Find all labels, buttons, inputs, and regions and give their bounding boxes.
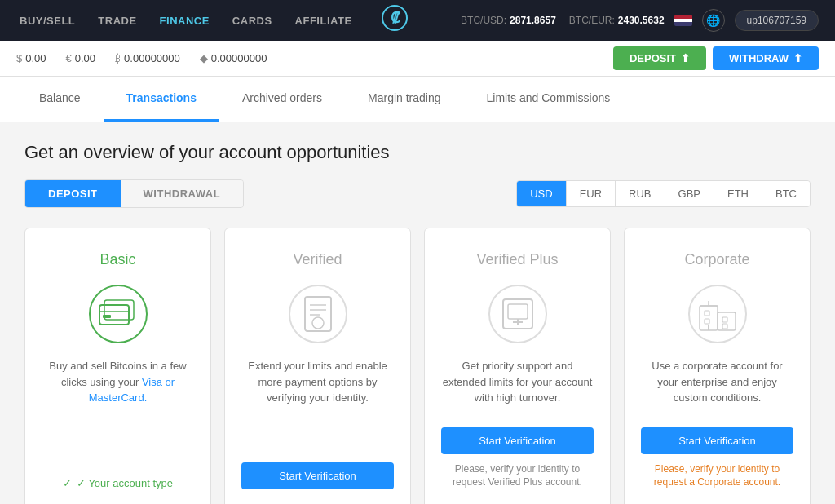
currency-rub[interactable]: RUB	[616, 181, 665, 206]
nav-buysell[interactable]: BUY/SELL	[16, 15, 78, 27]
btc-usd-price: BTC/USD: 2871.8657	[461, 15, 556, 26]
svg-text:₡: ₡	[391, 10, 400, 26]
current-account-badge: ✓ ✓ Your account type	[63, 477, 173, 489]
currency-usd[interactable]: USD	[517, 181, 566, 206]
svg-rect-18	[705, 319, 709, 324]
card-corporate-icon	[688, 285, 747, 343]
btc-eur-price: BTC/EUR: 2430.5632	[569, 15, 665, 26]
svg-rect-17	[705, 311, 709, 316]
card-corporate-title: Corporate	[684, 251, 749, 268]
tab-balance[interactable]: Balance	[16, 77, 104, 122]
tabs-bar: Balance Transactions Archived orders Mar…	[0, 77, 835, 122]
tab-margin-trading[interactable]: Margin trading	[345, 77, 464, 122]
account-cards-grid: Basic Buy and sell Bitcoins in a few cli…	[24, 228, 811, 504]
svg-rect-19	[722, 317, 727, 322]
main-content: Get an overview of your account opportun…	[0, 122, 835, 504]
currency-btc[interactable]: BTC	[762, 181, 810, 206]
eur-balance: €0.00	[66, 52, 96, 64]
card-verified-desc: Extend your limits and enable more payme…	[241, 358, 394, 441]
deposit-button[interactable]: DEPOSIT ⬆	[613, 46, 706, 70]
tab-archived-orders[interactable]: Archived orders	[219, 77, 345, 122]
card-basic-title: Basic	[99, 251, 135, 268]
page-headline: Get an overview of your account opportun…	[24, 142, 811, 163]
tab-transactions[interactable]: Transactions	[104, 77, 219, 122]
logo: ₡	[382, 5, 408, 37]
nav-right: BTC/USD: 2871.8657 BTC/EUR: 2430.5632 🌐 …	[461, 9, 819, 32]
btc-balance: ₿0.00000000	[115, 52, 180, 64]
card-verified-plus-desc: Get priority support and extended limits…	[441, 358, 594, 406]
svg-rect-16	[718, 312, 736, 330]
verified-plus-start-verification-button[interactable]: Start Verification	[441, 427, 594, 454]
svg-rect-6	[305, 297, 331, 331]
nav-cards[interactable]: CARDS	[229, 15, 276, 27]
svg-rect-20	[722, 324, 727, 329]
card-basic: Basic Buy and sell Bitcoins in a few cli…	[24, 228, 211, 504]
svg-rect-5	[103, 315, 111, 318]
user-account-button[interactable]: up106707159	[735, 10, 819, 31]
nav-links: BUY/SELL TRADE FINANCE CARDS AFFILIATE	[16, 15, 356, 27]
currency-selector: USD EUR RUB GBP ETH BTC	[516, 180, 811, 207]
top-navigation: BUY/SELL TRADE FINANCE CARDS AFFILIATE ₡…	[0, 0, 835, 41]
currency-gbp[interactable]: GBP	[665, 181, 714, 206]
corporate-note: Please, verify your identity to request …	[641, 462, 793, 490]
card-corporate-desc: Use a corporate account for your enterpr…	[641, 358, 793, 406]
check-icon: ✓	[63, 477, 72, 489]
card-basic-desc: Buy and sell Bitcoins in a few clicks us…	[42, 358, 194, 456]
card-verified-title: Verified	[293, 251, 342, 268]
visa-mastercard-link[interactable]: Visa or MasterCard.	[89, 376, 175, 405]
currency-eth[interactable]: ETH	[714, 181, 762, 206]
withdrawal-toggle-button[interactable]: WITHDRAWAL	[121, 180, 244, 207]
balance-items: $0.00 €0.00 ₿0.00000000 ◆0.00000000	[16, 52, 613, 64]
withdraw-button[interactable]: WITHDRAW ⬆	[713, 46, 819, 70]
balance-bar: $0.00 €0.00 ₿0.00000000 ◆0.00000000 DEPO…	[0, 41, 835, 77]
card-verified-plus-icon	[488, 285, 547, 343]
price-info: BTC/USD: 2871.8657 BTC/EUR: 2430.5632	[461, 15, 665, 26]
card-verified-plus: Verified Plus Get priority support and e…	[424, 228, 611, 504]
usd-balance: $0.00	[16, 52, 46, 64]
eth-balance: ◆0.00000000	[200, 52, 267, 64]
deposit-toggle-button[interactable]: DEPOSIT	[25, 180, 121, 207]
card-verified-icon	[289, 285, 347, 343]
card-corporate: Corporate Use a corporate account for yo…	[624, 228, 811, 504]
deposit-withdrawal-toggle: DEPOSIT WITHDRAWAL	[24, 179, 244, 208]
card-verified: Verified Extend your limits and enable m…	[224, 228, 411, 504]
flag-icon	[674, 15, 692, 26]
card-verified-plus-title: Verified Plus	[476, 251, 558, 268]
tab-limits-commissions[interactable]: Limits and Commissions	[464, 77, 634, 122]
nav-affiliate[interactable]: AFFILIATE	[292, 15, 356, 27]
currency-eur[interactable]: EUR	[567, 181, 616, 206]
controls-row: DEPOSIT WITHDRAWAL USD EUR RUB GBP ETH B…	[24, 179, 811, 208]
verified-start-verification-button[interactable]: Start Verification	[241, 462, 394, 489]
card-basic-icon	[89, 285, 148, 343]
corporate-start-verification-button[interactable]: Start Verification	[641, 427, 793, 454]
download-icon: ⬆	[793, 52, 802, 64]
nav-trade[interactable]: TRADE	[95, 15, 139, 27]
nav-finance[interactable]: FINANCE	[157, 15, 213, 27]
upload-icon: ⬆	[681, 52, 690, 64]
verified-plus-note: Please, verify your identity to request …	[441, 462, 594, 490]
svg-rect-12	[508, 304, 528, 319]
svg-rect-21	[708, 325, 709, 330]
svg-point-10	[312, 317, 324, 329]
language-button[interactable]: 🌐	[702, 9, 725, 32]
action-buttons: DEPOSIT ⬆ WITHDRAW ⬆	[613, 46, 819, 70]
